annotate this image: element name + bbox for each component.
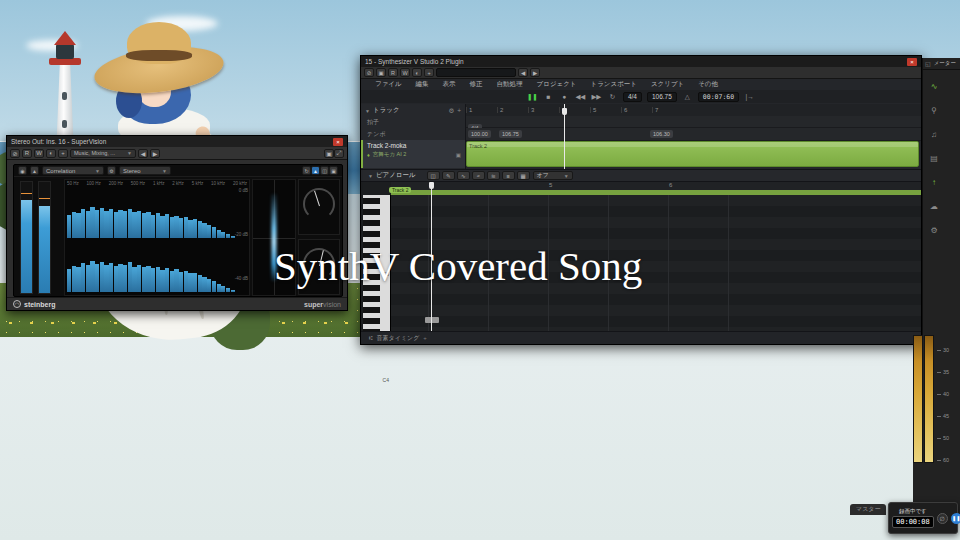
- track-mute-icon[interactable]: ▣: [456, 152, 461, 158]
- microphone-icon[interactable]: ⚲: [931, 106, 937, 115]
- freeze-icon[interactable]: ▣: [376, 68, 386, 77]
- pitch-mode-dropdown[interactable]: オフ▼: [533, 171, 573, 180]
- tempo-field[interactable]: 106.75: [647, 92, 677, 102]
- layout-single-icon[interactable]: ▲: [311, 166, 320, 175]
- pianoroll-tool-icon[interactable]: ≡: [502, 171, 515, 180]
- tempo-tag[interactable]: 100.00: [468, 130, 491, 138]
- read-automation-button[interactable]: R: [22, 149, 32, 158]
- tempo-tag[interactable]: 106.30: [650, 130, 673, 138]
- pause-display-icon[interactable]: ◉: [18, 166, 27, 175]
- layout-icons: ↻ ▲ ◫ ▣: [302, 166, 338, 175]
- pianoroll-tool-icon[interactable]: ▦: [517, 171, 530, 180]
- module-settings-icon[interactable]: ⚙: [107, 166, 116, 175]
- midi-note[interactable]: [425, 317, 439, 323]
- prev-preset-icon[interactable]: ◀: [138, 149, 148, 158]
- add-preset-icon[interactable]: +: [424, 68, 434, 77]
- meter-tab[interactable]: メーター: [934, 60, 956, 67]
- supervision-titlebar[interactable]: Stereo Out: Ins. 16 - SuperVision ×: [7, 136, 347, 147]
- close-icon[interactable]: ×: [907, 58, 917, 66]
- master-tab[interactable]: マスター: [850, 504, 886, 515]
- switch-ab-icon[interactable]: ◐: [412, 68, 422, 77]
- pianoroll-tool-icon[interactable]: ≋: [487, 171, 500, 180]
- synthv-menu-item[interactable]: スクリプト: [651, 80, 684, 89]
- time-field[interactable]: 00:07:60: [698, 92, 739, 102]
- ruler-mark: 7: [652, 107, 683, 113]
- gear-icon[interactable]: ⚙: [930, 226, 937, 235]
- preset-field[interactable]: [436, 68, 516, 77]
- level-meter-left: [20, 181, 33, 294]
- synthv-ruler[interactable]: 1234567: [466, 104, 921, 116]
- spectrum-bar: [170, 217, 174, 238]
- spectrum-bar: [193, 219, 197, 238]
- goto-end-icon[interactable]: |→: [744, 92, 755, 101]
- recorder-mic-icon[interactable]: ∅: [937, 513, 948, 524]
- synthv-menu-item[interactable]: 表示: [443, 80, 456, 89]
- track-playhead[interactable]: [564, 104, 565, 169]
- layout-split-icon[interactable]: ◫: [320, 166, 329, 175]
- synthv-clip[interactable]: Track 2: [466, 141, 919, 167]
- next-preset-icon[interactable]: ▶: [530, 68, 540, 77]
- track-settings-icon[interactable]: ⚙: [448, 107, 454, 115]
- stop-icon[interactable]: ■: [543, 92, 554, 101]
- reset-icon[interactable]: ↻: [302, 166, 311, 175]
- loop-icon[interactable]: ↻: [607, 92, 618, 101]
- tempo-row[interactable]: 100.00106.75106.30: [466, 128, 921, 141]
- media-rack-icons: ∿⚲♫▤↑☁⚙: [926, 82, 942, 235]
- pianoroll-tool-icon[interactable]: ✎: [442, 171, 455, 180]
- time-signature-row[interactable]: 4/4: [466, 116, 921, 128]
- add-phoneme-icon[interactable]: +: [423, 335, 427, 341]
- synthv-menu-item[interactable]: 編集: [416, 80, 429, 89]
- add-preset-icon[interactable]: +: [58, 149, 68, 158]
- synthv-track-name[interactable]: Track 2-moka: [367, 142, 461, 149]
- expand-icon[interactable]: ⤢: [334, 149, 344, 158]
- cloud-icon[interactable]: ☁: [930, 202, 938, 211]
- right-zone-controls-icon[interactable]: ◱: [925, 60, 931, 67]
- video-icon[interactable]: ▤: [930, 154, 938, 163]
- bypass-icon[interactable]: ⊘: [10, 149, 20, 158]
- preset-dropdown[interactable]: Music, Mixing, ...▼: [70, 149, 136, 158]
- module-dropdown[interactable]: Correlation▼: [42, 166, 104, 175]
- record-icon[interactable]: ●: [559, 92, 570, 101]
- synthv-menu-item[interactable]: プロジェクト: [537, 80, 577, 89]
- spectrum-bar: [165, 214, 169, 238]
- snapshot-icon[interactable]: ▣: [324, 149, 334, 158]
- spectrum-bar: [76, 213, 80, 238]
- frequency-label: 50 Hz: [67, 181, 79, 186]
- prev-preset-icon[interactable]: ◀: [518, 68, 528, 77]
- spectrum-band-upper: [67, 194, 235, 238]
- read-automation-button[interactable]: R: [388, 68, 398, 77]
- hold-icon[interactable]: ▲: [30, 166, 39, 175]
- synthv-menu-item[interactable]: 修正: [470, 80, 483, 89]
- frequency-labels: 50 Hz100 Hz200 Hz500 Hz1 kHz2 kHz5 kHz10…: [65, 180, 249, 187]
- write-automation-button[interactable]: W: [34, 149, 44, 158]
- pause-icon[interactable]: ❚❚: [527, 92, 538, 101]
- voice-name[interactable]: 宮舞モカ AI 2: [373, 151, 407, 158]
- pianoroll-ruler[interactable]: 456: [391, 182, 921, 190]
- pianoroll-tool-icon[interactable]: ∿: [457, 171, 470, 180]
- write-automation-button[interactable]: W: [400, 68, 410, 77]
- close-icon[interactable]: ×: [333, 138, 343, 146]
- pianoroll-tool-icon[interactable]: ≈: [472, 171, 485, 180]
- metronome-icon[interactable]: △: [682, 92, 693, 101]
- rewind-icon[interactable]: ◀◀: [575, 92, 586, 101]
- recorder-pause-icon[interactable]: ❚❚: [951, 513, 960, 524]
- network-icon[interactable]: ↑: [932, 178, 936, 187]
- next-preset-icon[interactable]: ▶: [150, 149, 160, 158]
- plugin-window-icons: ▣ ⤢: [324, 149, 344, 158]
- add-track-icon[interactable]: +: [457, 107, 461, 114]
- pianoroll-tool-icon[interactable]: ◫: [427, 171, 440, 180]
- switch-ab-icon[interactable]: ◐: [46, 149, 56, 158]
- channel-mode-dropdown[interactable]: Stereo▼: [119, 166, 171, 175]
- synthv-menu-item[interactable]: 自動処理: [497, 80, 523, 89]
- tempo-tag[interactable]: 106.75: [499, 130, 522, 138]
- synthv-titlebar[interactable]: 15 - Synthesizer V Studio 2 Plugin ×: [361, 56, 921, 67]
- performance-meter-icon[interactable]: ∿: [931, 82, 938, 91]
- synthv-menu-item[interactable]: その他: [698, 80, 718, 89]
- time-signature-field[interactable]: 4/4: [623, 92, 642, 102]
- notes-icon[interactable]: ♫: [931, 130, 937, 139]
- bypass-icon[interactable]: ⊘: [364, 68, 374, 77]
- layout-full-icon[interactable]: ▣: [329, 166, 338, 175]
- synthv-menu-item[interactable]: ファイル: [375, 80, 402, 89]
- forward-icon[interactable]: ▶▶: [591, 92, 602, 101]
- synthv-menu-item[interactable]: トランスポート: [591, 80, 637, 89]
